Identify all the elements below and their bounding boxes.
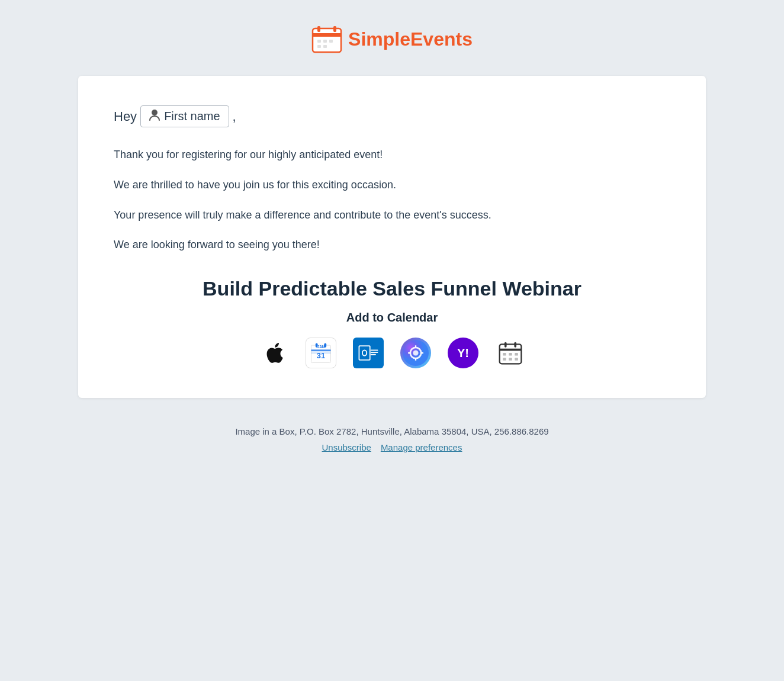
comma-text: , bbox=[233, 109, 236, 124]
main-card: Hey First name , Thank you for registeri… bbox=[78, 76, 706, 398]
generic-calendar-icon[interactable] bbox=[495, 338, 526, 368]
svg-rect-3 bbox=[333, 26, 336, 32]
svg-rect-4 bbox=[317, 40, 321, 43]
event-title: Build Predictable Sales Funnel Webinar bbox=[114, 277, 670, 300]
svg-rect-5 bbox=[323, 40, 327, 43]
svg-point-27 bbox=[413, 351, 418, 356]
manage-preferences-link[interactable]: Manage preferences bbox=[381, 442, 462, 452]
body-paragraph-4: We are looking forward to seeing you the… bbox=[114, 236, 670, 253]
logo-simple: Simple bbox=[348, 28, 410, 50]
svg-rect-2 bbox=[317, 26, 320, 32]
svg-rect-8 bbox=[323, 45, 327, 48]
svg-text:JAN: JAN bbox=[317, 345, 325, 349]
svg-rect-38 bbox=[503, 353, 506, 356]
svg-rect-24 bbox=[371, 354, 376, 355]
svg-rect-40 bbox=[515, 353, 518, 356]
body-paragraph-3: Your presence will truly make a differen… bbox=[114, 207, 670, 224]
svg-rect-35 bbox=[500, 349, 522, 351]
svg-rect-42 bbox=[509, 358, 512, 361]
first-name-label: First name bbox=[164, 110, 220, 123]
svg-rect-23 bbox=[371, 352, 378, 353]
person-icon bbox=[149, 109, 160, 124]
svg-point-21 bbox=[363, 351, 367, 355]
add-to-calendar-label: Add to Calendar bbox=[114, 311, 670, 325]
calendar-icons-row: 31 JAN bbox=[114, 338, 670, 368]
svg-rect-1 bbox=[313, 33, 341, 37]
office365-calendar-icon[interactable] bbox=[400, 338, 431, 368]
body-paragraph-2: We are thrilled to have you join us for … bbox=[114, 176, 670, 194]
google-calendar-icon[interactable]: 31 JAN bbox=[306, 338, 336, 368]
svg-rect-37 bbox=[514, 342, 516, 348]
unsubscribe-link[interactable]: Unsubscribe bbox=[322, 442, 371, 452]
svg-text:31: 31 bbox=[317, 351, 325, 360]
event-section: Build Predictable Sales Funnel Webinar A… bbox=[114, 277, 670, 368]
outlook-calendar-icon[interactable] bbox=[353, 338, 384, 368]
svg-rect-36 bbox=[505, 342, 507, 348]
first-name-badge[interactable]: First name bbox=[140, 105, 229, 127]
logo-events: Events bbox=[410, 28, 473, 50]
svg-rect-22 bbox=[371, 350, 378, 351]
body-paragraph-1: Thank you for registering for our highly… bbox=[114, 146, 670, 163]
footer-address: Image in a Box, P.O. Box 2782, Huntsvill… bbox=[235, 426, 548, 436]
yahoo-calendar-icon[interactable]: Y! bbox=[448, 338, 478, 368]
calendar-logo-icon bbox=[311, 24, 342, 54]
greeting-line: Hey First name , bbox=[114, 105, 670, 127]
svg-text:Y!: Y! bbox=[457, 347, 469, 360]
footer: Image in a Box, P.O. Box 2782, Huntsvill… bbox=[235, 426, 548, 452]
logo-text: SimpleEvents bbox=[348, 28, 473, 50]
svg-rect-43 bbox=[515, 358, 518, 361]
svg-rect-7 bbox=[317, 45, 321, 48]
svg-point-9 bbox=[152, 110, 158, 115]
logo-area: SimpleEvents bbox=[311, 24, 473, 54]
svg-rect-41 bbox=[503, 358, 506, 361]
apple-calendar-icon[interactable] bbox=[258, 338, 289, 368]
hey-text: Hey bbox=[114, 109, 137, 124]
svg-rect-39 bbox=[509, 353, 512, 356]
svg-rect-15 bbox=[311, 350, 331, 351]
svg-rect-6 bbox=[329, 40, 333, 43]
footer-links: Unsubscribe Manage preferences bbox=[235, 442, 548, 452]
